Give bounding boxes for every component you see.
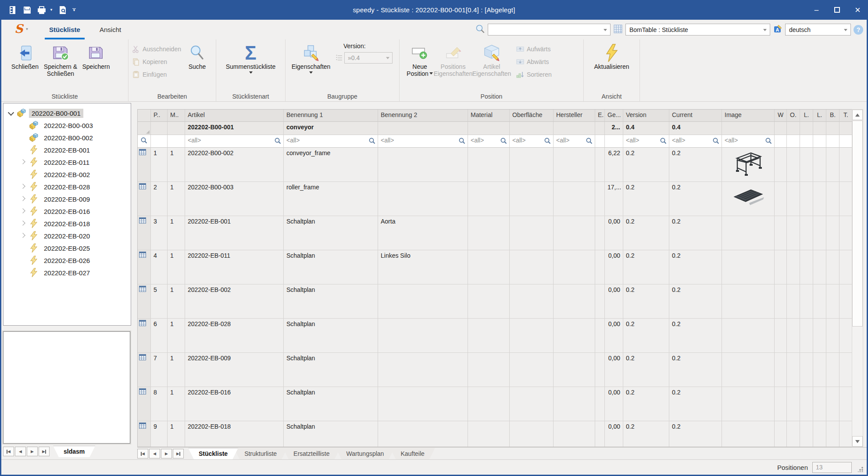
tree-item[interactable]: 202202-B00-002 — [4, 131, 131, 144]
version-select[interactable]: »0.4 — [344, 52, 393, 64]
sortieren-button[interactable]: Sortieren — [516, 69, 552, 80]
tab-ansicht[interactable]: Ansicht — [93, 20, 127, 39]
speichern-schliessen-button[interactable]: Speichern & Schließen — [42, 42, 79, 77]
table-row[interactable]: 6 1 202202-EB-028 Schaltplan 0,00 0.2 0.… — [138, 319, 853, 353]
scroll-down-button[interactable] — [852, 436, 863, 447]
header-l2[interactable]: L. — [813, 110, 826, 122]
save-icon[interactable] — [22, 5, 32, 15]
tree-item[interactable]: 202202-EB-016 — [4, 205, 131, 217]
header-image[interactable]: Image — [722, 110, 775, 122]
tree-item[interactable]: 202202-EB-001 — [4, 144, 131, 156]
tree-item[interactable]: 202202-EB-026 — [4, 254, 131, 266]
aufwaerts-button[interactable]: Aufwärts — [516, 43, 552, 55]
tree-item[interactable]: 202202-EB-002 — [4, 168, 131, 181]
table-row[interactable]: 1 1 202202-B00-002 conveyor_frame 6,22 0… — [138, 148, 853, 182]
header-o[interactable]: O. — [787, 110, 800, 122]
filter-artikel[interactable]: <all> — [185, 135, 284, 148]
table-row[interactable]: 9 1 202202-EB-018 Schaltplan 0,00 0.2 0.… — [138, 421, 853, 447]
app-menu-button[interactable]: S ▼ — [14, 22, 29, 36]
header-oberflaeche[interactable]: Oberfläche — [510, 110, 554, 122]
positions-eigenschaften-button[interactable]: Positions Eigenschaften — [436, 42, 470, 77]
filter-current[interactable]: <all> — [669, 135, 722, 148]
filter-image[interactable]: <all> — [722, 135, 775, 148]
table-row[interactable]: 8 1 202202-EB-016 Schaltplan 0,00 0.2 0.… — [138, 387, 853, 421]
tree-item[interactable]: 202202-EB-028 — [4, 181, 131, 193]
header-version[interactable]: Version — [623, 110, 669, 122]
tree-expander-icon[interactable] — [19, 183, 27, 191]
tree-expander-icon[interactable] — [19, 269, 27, 277]
tree-expander-icon[interactable] — [19, 195, 27, 203]
header-artikel[interactable]: Artikel — [185, 110, 284, 122]
tree-expander-icon[interactable] — [19, 158, 27, 166]
einfuegen-button[interactable]: Einfügen — [132, 69, 181, 80]
artikel-eigenschaften-button[interactable]: Artikel Eigenschaften — [470, 42, 514, 77]
tree-item[interactable]: 202202-EB-025 — [4, 242, 131, 254]
nav-first-button[interactable]: ◀ — [137, 449, 148, 458]
header-e[interactable]: E. — [595, 110, 605, 122]
nav-last-button[interactable]: ▶ — [173, 449, 184, 458]
maximize-button[interactable] — [827, 0, 847, 20]
header-pos[interactable]: P.. — [151, 110, 168, 122]
header-t[interactable]: T. — [839, 110, 853, 122]
schliessen-button[interactable]: Schließen — [8, 42, 42, 70]
table-row[interactable]: 2 1 202202-B00-003 roller_frame 17,... 0… — [138, 182, 853, 216]
aktualisieren-button[interactable]: Aktualisieren — [588, 42, 636, 70]
ausschneiden-button[interactable]: Ausschneiden — [132, 43, 181, 55]
tree-expander-icon[interactable] — [19, 220, 27, 227]
vertical-scrollbar[interactable] — [852, 109, 863, 447]
bom-table-select[interactable]: BomTable : Stückliste — [625, 24, 770, 36]
tree-expander-icon[interactable] — [19, 244, 27, 252]
filter-oberflaeche[interactable]: <all> — [510, 135, 554, 148]
tab-sldasm[interactable]: sldasm — [53, 446, 95, 457]
header-material[interactable]: Material — [468, 110, 510, 122]
tree-expander-icon[interactable] — [19, 134, 27, 142]
tree-expander-icon[interactable] — [19, 146, 27, 154]
print-icon[interactable] — [37, 5, 46, 15]
bom-tab[interactable]: Ersatzteilliste — [283, 448, 340, 459]
nav-next-button[interactable]: ▶ — [161, 449, 172, 458]
language-select[interactable]: deutsch — [785, 24, 851, 36]
tab-stueckliste[interactable]: Stückliste — [43, 20, 86, 39]
bom-tab[interactable]: Stückliste — [188, 448, 238, 459]
exit-icon[interactable] — [8, 5, 18, 15]
tree-expander-icon[interactable] — [7, 109, 15, 117]
nav-last-button[interactable]: ▶ — [39, 447, 50, 456]
tree-expander-icon[interactable] — [19, 207, 27, 215]
tree-item[interactable]: 202202-EB-011 — [4, 156, 131, 168]
help-button[interactable]: ? — [854, 25, 863, 35]
filter-benennung1[interactable]: <all> — [284, 135, 378, 148]
kopieren-button[interactable]: Kopieren — [132, 56, 181, 67]
header-menge[interactable]: M.. — [168, 110, 185, 122]
print-dropdown-caret-icon[interactable]: ▼ — [50, 8, 53, 12]
filter-row-icon-cell[interactable] — [138, 135, 151, 148]
tree-expander-icon[interactable] — [19, 171, 27, 178]
filter-material[interactable]: <all> — [468, 135, 510, 148]
filter-benennung2[interactable]: <all> — [378, 135, 468, 148]
bom-tab[interactable]: Strukturliste — [234, 448, 287, 459]
tree-item[interactable]: 202202-EB-027 — [4, 266, 131, 279]
suche-button[interactable]: Suche — [182, 42, 212, 70]
header-l1[interactable]: L. — [800, 110, 813, 122]
close-button[interactable]: × — [847, 0, 868, 20]
header-w[interactable]: W — [775, 110, 787, 122]
table-row[interactable]: 4 1 202202-EB-011 Schaltplan Linkes Silo… — [138, 250, 853, 284]
nav-first-button[interactable]: ◀ — [3, 447, 14, 456]
header-current[interactable]: Current — [669, 110, 722, 122]
minimize-button[interactable]: – — [806, 0, 827, 20]
header-ge[interactable]: Ge... — [605, 110, 623, 122]
header-benennung1[interactable]: Benennung 1 — [284, 110, 378, 122]
table-row[interactable]: 3 1 202202-EB-001 Schaltplan Aorta 0,00 … — [138, 216, 853, 250]
bom-tab[interactable]: Kaufteile — [390, 448, 435, 459]
filter-hersteller[interactable]: <all> — [554, 135, 595, 148]
filter-version[interactable]: <all> — [623, 135, 669, 148]
table-row[interactable]: 5 1 202202-EB-002 Schaltplan 0,00 0.2 0.… — [138, 284, 853, 319]
abwaerts-button[interactable]: Abwärts — [516, 56, 552, 67]
header-b[interactable]: B. — [826, 110, 839, 122]
header-benennung2[interactable]: Benennung 2 — [378, 110, 468, 122]
print-preview-icon[interactable] — [58, 5, 68, 15]
tree-item[interactable]: 202202-B00-001 — [4, 107, 131, 119]
eigenschaften-button[interactable]: Eigenschaften — [289, 42, 333, 75]
tree-item[interactable]: 202202-B00-003 — [4, 119, 131, 131]
bom-tab[interactable]: Wartungsplan — [336, 448, 395, 459]
nav-prev-button[interactable]: ◀ — [15, 447, 26, 456]
